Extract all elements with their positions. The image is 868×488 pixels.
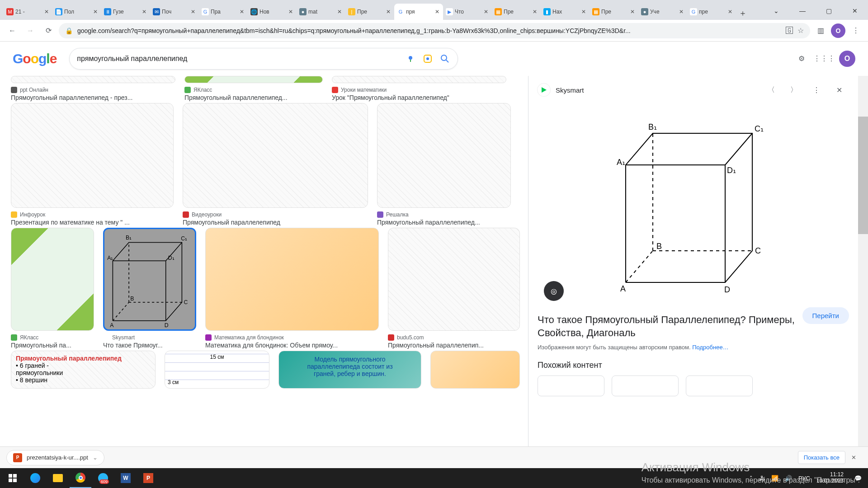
google-logo[interactable]: Google <box>13 51 57 66</box>
tab-close-icon[interactable]: ✕ <box>92 9 99 15</box>
similar-thumb[interactable] <box>538 375 604 396</box>
tray-language[interactable]: РУС <box>798 475 810 482</box>
tab-close-icon[interactable]: ✕ <box>532 9 538 15</box>
browser-tab[interactable]: ▦Пре✕ <box>590 4 638 20</box>
voice-search-icon[interactable] <box>405 53 416 64</box>
google-profile-avatar[interactable]: O <box>839 51 855 67</box>
browser-profile-avatar[interactable]: O <box>831 23 845 38</box>
go-button[interactable]: Перейти <box>802 307 849 324</box>
panel-close-button[interactable]: ✕ <box>829 80 849 100</box>
window-minimize-button[interactable]: — <box>789 2 816 20</box>
taskbar-powerpoint-icon[interactable]: P <box>137 468 159 488</box>
star-icon[interactable]: ☆ <box>797 26 804 35</box>
result-card[interactable]: ВидеоурокиПрямоугольный параллелепипед <box>183 103 368 226</box>
download-chevron-icon[interactable]: ⌄ <box>93 454 98 461</box>
tray-volume-icon[interactable]: 🔊 <box>785 475 792 482</box>
extensions-icon[interactable]: ▥ <box>813 23 828 38</box>
tray-wifi-icon[interactable]: 📶 <box>771 475 778 482</box>
browser-tab[interactable]: ✉Поч✕ <box>150 4 199 20</box>
address-bar[interactable]: 🔒 google.com/search?q=прямоугольный+пара… <box>59 23 810 38</box>
reload-button[interactable]: ⟳ <box>41 23 56 38</box>
similar-thumb[interactable] <box>612 375 679 396</box>
browser-tab[interactable]: |Пре✕ <box>345 4 394 20</box>
result-thumb[interactable] <box>377 103 511 208</box>
similar-thumb[interactable] <box>686 375 753 396</box>
scrollbar-thumb[interactable] <box>858 117 868 234</box>
tray-notifications-icon[interactable]: 💬 <box>854 475 865 482</box>
result-thumb[interactable] <box>11 228 94 331</box>
tray-network-icon[interactable]: 🖧 <box>759 475 765 482</box>
translate-icon[interactable]: 🄶 <box>786 27 793 35</box>
browser-tab[interactable]: M21 -✕ <box>4 4 52 20</box>
taskbar-word-icon[interactable]: W <box>115 468 137 488</box>
result-card[interactable]: AA₁B₁C₁D₁BCDSkysmartЧто такое Прямоуг... <box>103 228 196 349</box>
browser-tab[interactable]: Gпря✕ <box>394 4 443 20</box>
browser-tab[interactable]: ●mat✕ <box>297 4 345 20</box>
browser-tab[interactable]: 🌐Нов✕ <box>248 4 297 20</box>
window-close-button[interactable]: ✕ <box>842 2 868 20</box>
browser-tab[interactable]: ▮Нах✕ <box>541 4 590 20</box>
tab-close-icon[interactable]: ✕ <box>434 9 440 15</box>
search-button-icon[interactable] <box>439 53 450 64</box>
browser-tab[interactable]: 📄Пол✕ <box>52 4 101 20</box>
tab-close-icon[interactable]: ✕ <box>43 9 50 15</box>
result-thumb[interactable]: Модель прямоугольногопараллелепипеда сос… <box>278 351 421 389</box>
apps-grid-icon[interactable]: ⋮⋮⋮ <box>816 51 832 66</box>
tab-close-icon[interactable]: ✕ <box>141 9 147 15</box>
window-maximize-button[interactable]: ▢ <box>816 2 842 20</box>
result-thumb[interactable]: Прямоугольный параллелепипед• 6 граней -… <box>11 351 156 389</box>
result-thumb[interactable]: 15 см3 см <box>165 351 269 389</box>
result-thumb[interactable] <box>183 103 368 208</box>
tab-close-icon[interactable]: ✕ <box>629 9 636 15</box>
browser-tab[interactable]: ▦Пре✕ <box>492 4 541 20</box>
browser-tab[interactable]: GПра✕ <box>199 4 248 20</box>
tab-close-icon[interactable]: ✕ <box>288 9 294 15</box>
tray-clock[interactable]: 11:12 10.01.2023 <box>816 472 848 484</box>
lens-search-icon[interactable] <box>422 53 433 64</box>
panel-caption-link[interactable]: Подробнее… <box>692 344 728 351</box>
result-card[interactable]: Уроки математикиУрок "Прямоугольный пара… <box>332 76 506 101</box>
panel-prev-button[interactable]: 〈 <box>761 80 781 100</box>
settings-gear-icon[interactable]: ⚙ <box>794 51 809 66</box>
scrollbar[interactable] <box>858 76 868 446</box>
search-input[interactable] <box>77 55 399 63</box>
close-shelf-button[interactable]: ✕ <box>845 454 862 461</box>
lens-button[interactable]: ◎ <box>544 281 564 301</box>
result-card[interactable]: Математика для блондинокМатематика для б… <box>205 228 379 349</box>
show-all-downloads-button[interactable]: Показать все <box>798 451 845 464</box>
window-caret-icon[interactable]: ⌄ <box>763 2 789 20</box>
result-card[interactable]: ppt ОнлайнПрямоугольный параллелепипед -… <box>11 76 175 101</box>
new-tab-button[interactable]: ＋ <box>736 6 750 20</box>
panel-more-icon[interactable]: ⋮ <box>807 80 826 100</box>
result-card[interactable]: budu5.comПрямоугольный параллелепип... <box>388 228 520 349</box>
result-thumb[interactable] <box>430 351 520 389</box>
tab-close-icon[interactable]: ✕ <box>678 9 684 15</box>
result-thumb[interactable] <box>205 228 379 331</box>
result-thumb[interactable] <box>332 76 506 83</box>
result-card[interactable] <box>430 351 520 389</box>
result-thumb[interactable] <box>184 76 323 83</box>
tab-close-icon[interactable]: ✕ <box>483 9 489 15</box>
result-card[interactable]: 15 см3 см <box>165 351 269 389</box>
browser-tab[interactable]: ●Уче✕ <box>638 4 687 20</box>
download-item[interactable]: P prezentatsiya-k-ur....ppt ⌄ <box>6 450 104 465</box>
result-card[interactable]: ЯКлассПрямоугольный па... <box>11 228 94 349</box>
tab-close-icon[interactable]: ✕ <box>580 9 587 15</box>
tab-close-icon[interactable]: ✕ <box>385 9 392 15</box>
result-card[interactable]: ИнфоурокПрезентация по математике на тем… <box>11 103 174 226</box>
back-button[interactable]: ← <box>5 23 20 38</box>
taskbar-explorer-icon[interactable] <box>47 468 69 488</box>
tab-close-icon[interactable]: ✕ <box>336 9 343 15</box>
taskbar-edge-icon[interactable] <box>24 468 46 488</box>
panel-image[interactable]: A A₁ B₁ B C₁ C D₁ D ◎ <box>538 104 849 307</box>
result-card[interactable]: РешалкаПрямоугольный параллелепипед... <box>377 103 511 226</box>
browser-tab[interactable]: Gпре✕ <box>687 4 736 20</box>
result-thumb[interactable] <box>11 103 174 208</box>
panel-next-button[interactable]: 〉 <box>784 80 804 100</box>
kebab-menu-icon[interactable]: ⋮ <box>848 23 863 38</box>
browser-tab[interactable]: ⏸Гузе✕ <box>101 4 150 20</box>
result-thumb[interactable]: AA₁B₁C₁D₁BCD <box>103 228 196 331</box>
result-thumb[interactable] <box>388 228 520 331</box>
result-thumb[interactable] <box>11 76 175 83</box>
tab-close-icon[interactable]: ✕ <box>190 9 196 15</box>
